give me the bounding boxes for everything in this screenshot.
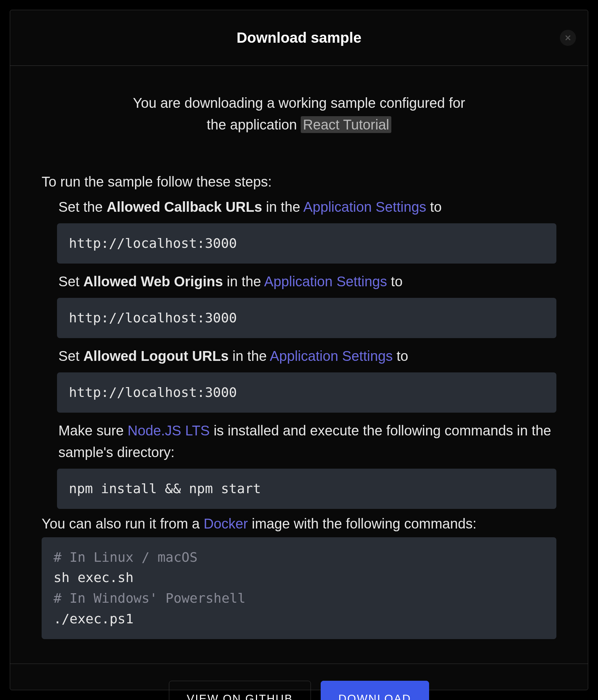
code-sh-exec: sh exec.sh — [54, 567, 544, 588]
download-sample-dialog: Download sample You are downloading a wo… — [10, 10, 588, 690]
steps-list: Set the Allowed Callback URLs in the App… — [42, 196, 556, 509]
code-npm-install[interactable]: npm install && npm start — [57, 469, 556, 509]
intro-text: You are downloading a working sample con… — [42, 92, 556, 135]
intro-prefix: You are downloading a working sample con… — [133, 95, 465, 111]
dialog-header: Download sample — [10, 10, 588, 66]
dialog-footer: VIEW ON GITHUB DOWNLOAD — [10, 664, 588, 700]
code-logout-url[interactable]: http://localhost:3000 — [57, 372, 556, 413]
close-icon — [564, 34, 572, 42]
code-web-origins[interactable]: http://localhost:3000 — [57, 298, 556, 338]
application-settings-link[interactable]: Application Settings — [270, 348, 393, 364]
view-on-github-button[interactable]: VIEW ON GITHUB — [169, 681, 311, 700]
application-settings-link[interactable]: Application Settings — [303, 199, 426, 215]
code-callback-url[interactable]: http://localhost:3000 — [57, 223, 556, 264]
application-name-badge: React Tutorial — [301, 116, 391, 133]
download-button[interactable]: DOWNLOAD — [321, 681, 429, 700]
steps-intro: To run the sample follow these steps: — [42, 174, 556, 190]
dialog-title: Download sample — [28, 29, 570, 46]
code-comment-linux: # In Linux / macOS — [54, 547, 544, 568]
code-ps1-exec: ./exec.ps1 — [54, 609, 544, 629]
step-web-origins: Set Allowed Web Origins in the Applicati… — [58, 271, 556, 292]
close-button[interactable] — [560, 30, 576, 46]
step-callback-urls: Set the Allowed Callback URLs in the App… — [58, 196, 556, 218]
docker-intro: You can also run it from a Docker image … — [42, 516, 556, 532]
code-comment-windows: # In Windows' Powershell — [54, 588, 544, 609]
docker-link[interactable]: Docker — [204, 516, 248, 531]
step-node-install: Make sure Node.JS LTS is installed and e… — [58, 420, 556, 463]
application-settings-link[interactable]: Application Settings — [264, 274, 387, 289]
nodejs-lts-link[interactable]: Node.JS LTS — [128, 423, 210, 438]
dialog-body: You are downloading a working sample con… — [10, 66, 588, 664]
code-docker-commands[interactable]: # In Linux / macOS sh exec.sh # In Windo… — [42, 537, 556, 639]
step-logout-urls: Set Allowed Logout URLs in the Applicati… — [58, 345, 556, 367]
intro-line2-prefix: the application — [207, 117, 301, 132]
